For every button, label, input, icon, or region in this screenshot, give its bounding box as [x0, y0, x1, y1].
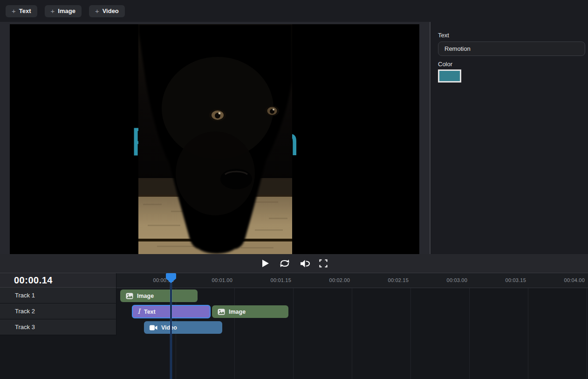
ruler-gridline	[410, 273, 411, 379]
fullscreen-icon[interactable]	[319, 259, 328, 268]
ruler-gridline	[587, 273, 587, 379]
image-icon	[218, 309, 225, 315]
text-field-label: Text	[438, 32, 449, 39]
ruler-time-label: 00:03.15	[484, 277, 526, 283]
button-label: Image	[58, 7, 75, 14]
text-input[interactable]	[438, 41, 585, 56]
timeline: 00:00.1500:01.0000:01.1500:02.0000:02.15…	[0, 273, 588, 379]
ruler-gridline	[234, 273, 235, 379]
text-italic-icon: I	[137, 308, 140, 315]
main-area: Remotion	[0, 22, 588, 254]
ruler-time-label: 00:02.00	[308, 277, 350, 283]
track-header-1: Track 1	[0, 288, 116, 303]
video-editor-app: +Text+Image+Video Remotion	[0, 0, 588, 379]
image-icon	[126, 293, 133, 299]
ruler-time-label: 00:02.15	[367, 277, 409, 283]
player-area: Remotion	[0, 22, 430, 254]
track-header-3: Track 3	[0, 319, 116, 335]
toolbar: +Text+Image+Video	[0, 0, 588, 22]
track-label: Track 2	[15, 308, 35, 315]
preview-canvas[interactable]: Remotion	[10, 24, 419, 254]
add-image-button[interactable]: +Image	[45, 5, 82, 17]
color-field-label: Color	[438, 61, 452, 68]
playhead-line	[171, 273, 171, 379]
clip-image[interactable]: Image	[212, 305, 288, 318]
loop-icon[interactable]	[279, 259, 290, 268]
ruler-time-label: 00:01.00	[191, 277, 232, 283]
clip-video[interactable]: Video	[144, 321, 222, 334]
ruler-time-label: 00:03.00	[425, 277, 467, 283]
track-label: Track 3	[15, 324, 35, 331]
track-header-2: Track 2	[0, 303, 116, 319]
play-icon[interactable]	[261, 259, 270, 268]
ruler-time-label: 00:01.15	[249, 277, 291, 283]
clip-label: Image	[137, 293, 154, 299]
ruler-gridline	[469, 273, 470, 379]
dog-photo	[138, 24, 292, 254]
playback-controls	[0, 254, 588, 273]
button-label: Video	[103, 7, 119, 14]
clip-label: Text	[144, 309, 156, 315]
ruler-time-label: 00:04.00	[543, 277, 585, 283]
ruler-gridline	[352, 273, 352, 379]
ruler-gridline	[293, 273, 294, 379]
clip-label: Video	[161, 324, 177, 331]
button-label: Text	[19, 7, 31, 14]
track-label: Track 1	[15, 292, 35, 299]
timeline-header-column: 00:00.14 Track 1Track 2Track 3	[0, 273, 116, 335]
video-camera-icon	[150, 325, 157, 331]
plus-icon: +	[95, 7, 99, 14]
inspector-panel: Text Color	[431, 22, 588, 254]
volume-icon[interactable]	[300, 259, 310, 268]
add-text-button[interactable]: +Text	[6, 5, 37, 17]
add-video-button[interactable]: +Video	[89, 5, 125, 17]
clip-image[interactable]: Image	[120, 289, 198, 302]
clip-label: Image	[229, 309, 246, 315]
ruler-gridline	[528, 273, 528, 379]
plus-icon: +	[51, 7, 55, 14]
plus-icon: +	[12, 7, 16, 14]
color-swatch[interactable]	[438, 69, 461, 83]
timecode-display: 00:00.14	[0, 273, 116, 288]
